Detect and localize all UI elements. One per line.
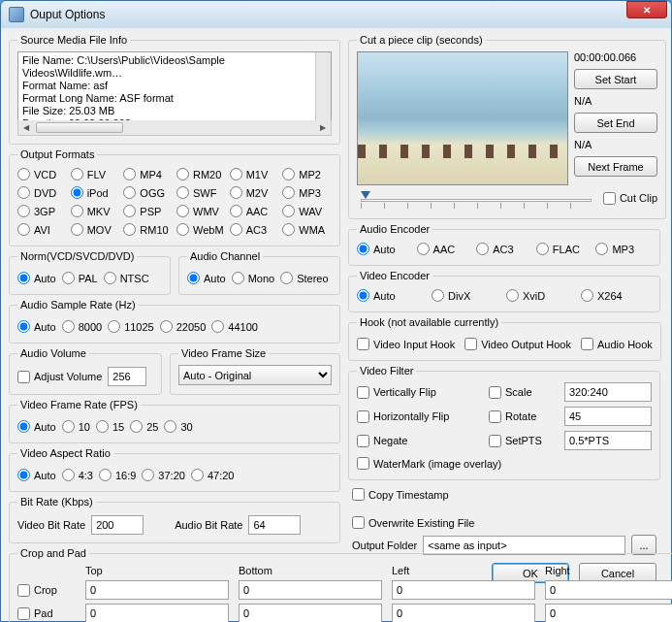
pad-top[interactable]	[85, 604, 229, 622]
var-option[interactable]: 37:20	[142, 467, 185, 483]
clip-time: 00:00:00.066	[574, 51, 657, 63]
formats-option[interactable]: AVI	[17, 221, 67, 238]
pad-right[interactable]	[545, 604, 672, 622]
adjust-volume-check[interactable]: Adjust Volume	[17, 369, 102, 385]
hook-check[interactable]: Audio Hook	[581, 336, 653, 352]
formats-option[interactable]: M2V	[230, 184, 279, 201]
asr-option[interactable]: 22050	[160, 318, 207, 335]
scrollbar-vertical[interactable]	[315, 52, 331, 120]
set-start-button[interactable]: Set Start	[574, 69, 657, 89]
rotate-input[interactable]	[564, 407, 652, 426]
setpts-check[interactable]: SetPTS	[489, 433, 557, 449]
var-option[interactable]: 47:20	[191, 467, 235, 483]
formats-option[interactable]: iPod	[71, 184, 120, 201]
var-option[interactable]: 16:9	[99, 467, 136, 483]
formats-option[interactable]: MP4	[123, 166, 173, 182]
vfr-option[interactable]: 30	[164, 418, 192, 435]
crop-left[interactable]	[392, 580, 535, 600]
overwrite-check[interactable]: Overwrite Existing File	[352, 514, 656, 531]
aenc-option[interactable]: AAC	[417, 241, 473, 257]
achan-option[interactable]: Mono	[232, 270, 275, 286]
scrollbar-horizontal[interactable]: ◀ ▶	[17, 120, 332, 136]
formats-option[interactable]: MP3	[282, 184, 332, 201]
formats-option[interactable]: AAC	[230, 203, 279, 219]
audio-bitrate-input[interactable]	[248, 515, 301, 535]
formats-option[interactable]: PSP	[123, 203, 173, 219]
close-button[interactable]: ✕	[626, 1, 667, 18]
venc-option[interactable]: X264	[581, 287, 652, 304]
formats-option[interactable]: 3GP	[17, 203, 67, 219]
scale-check[interactable]: Scale	[489, 384, 557, 401]
pad-check[interactable]: Pad	[17, 606, 76, 622]
video-preview[interactable]	[357, 51, 568, 185]
pad-bottom[interactable]	[239, 604, 382, 622]
set-end-button[interactable]: Set End	[574, 113, 657, 133]
crop-top[interactable]	[85, 580, 229, 600]
setpts-input[interactable]	[564, 431, 652, 450]
asr-option[interactable]: 8000	[62, 318, 102, 335]
vfr-option[interactable]: 25	[130, 418, 158, 435]
formats-option[interactable]: M1V	[230, 166, 279, 182]
norm-option[interactable]: Auto	[17, 270, 56, 286]
rotate-check[interactable]: Rotate	[489, 409, 557, 425]
negate-check[interactable]: Negate	[357, 433, 481, 449]
copy-timestamp-check[interactable]: Copy Timestamp	[352, 486, 656, 503]
var-option[interactable]: 4:3	[62, 467, 93, 483]
slider-thumb-icon[interactable]	[361, 191, 370, 199]
aenc-option[interactable]: Auto	[357, 241, 413, 257]
aenc-option[interactable]: MP3	[595, 241, 652, 257]
asr-option[interactable]: 11025	[108, 318, 154, 335]
source-textarea[interactable]: File Name: C:\Users\Public\Videos\Sample…	[17, 51, 332, 121]
vfr-option[interactable]: Auto	[17, 418, 56, 435]
formats-option[interactable]: MOV	[71, 221, 120, 238]
asr-option[interactable]: 44100	[211, 318, 258, 335]
formats-option[interactable]: OGG	[123, 184, 173, 201]
formats-option[interactable]: AC3	[230, 221, 279, 238]
var-option[interactable]: Auto	[17, 467, 56, 483]
scroll-right-icon[interactable]: ▶	[315, 120, 331, 135]
frame-size-select[interactable]: Auto - Original	[178, 365, 332, 385]
aenc-option[interactable]: FLAC	[536, 241, 592, 257]
vfr-option[interactable]: 10	[62, 418, 90, 435]
watermark-check[interactable]: WaterMark (image overlay)	[357, 455, 652, 472]
cut-clip-check[interactable]: Cut Clip	[603, 190, 657, 207]
video-bitrate-input[interactable]	[91, 515, 144, 535]
scroll-thumb[interactable]	[36, 122, 123, 133]
formats-option[interactable]: VCD	[17, 166, 67, 182]
norm-option[interactable]: PAL	[62, 270, 98, 286]
formats-option[interactable]: RM20	[176, 166, 226, 182]
clip-slider[interactable]	[357, 189, 595, 211]
venc-option[interactable]: XviD	[506, 287, 577, 304]
formats-option[interactable]: WMA	[282, 221, 332, 238]
formats-option[interactable]: MP2	[282, 166, 332, 182]
hook-check[interactable]: Video Output Hook	[464, 336, 571, 352]
vfr-option[interactable]: 15	[96, 418, 124, 435]
formats-option[interactable]: DVD	[17, 184, 67, 201]
hflip-check[interactable]: Horizontally Flip	[357, 409, 481, 425]
achan-option[interactable]: Auto	[187, 270, 226, 286]
scroll-left-icon[interactable]: ◀	[18, 120, 34, 135]
aenc-option[interactable]: AC3	[476, 241, 532, 257]
scale-input[interactable]	[564, 382, 652, 402]
formats-option[interactable]: WAV	[282, 203, 332, 219]
crop-check[interactable]: Crop	[17, 582, 76, 599]
formats-option[interactable]: MKV	[71, 203, 120, 219]
formats-option[interactable]: SWF	[176, 184, 226, 201]
crop-right[interactable]	[545, 580, 672, 600]
venc-option[interactable]: DivX	[432, 287, 502, 304]
hook-check[interactable]: Video Input Hook	[357, 336, 455, 352]
norm-option[interactable]: NTSC	[104, 270, 149, 286]
achan-option[interactable]: Stereo	[280, 270, 328, 286]
formats-option[interactable]: WebM	[176, 221, 226, 238]
volume-input[interactable]	[108, 367, 146, 386]
formats-option[interactable]: WMV	[176, 203, 226, 219]
formats-option[interactable]: FLV	[71, 166, 120, 182]
next-frame-button[interactable]: Next Frame	[574, 156, 657, 177]
crop-bottom[interactable]	[239, 580, 382, 600]
pad-left[interactable]	[392, 604, 535, 622]
vflip-check[interactable]: Vertically Flip	[357, 384, 481, 401]
crop-hdr-bottom: Bottom	[239, 565, 382, 576]
venc-option[interactable]: Auto	[357, 287, 428, 304]
asr-option[interactable]: Auto	[17, 318, 56, 335]
formats-option[interactable]: RM10	[123, 221, 173, 238]
